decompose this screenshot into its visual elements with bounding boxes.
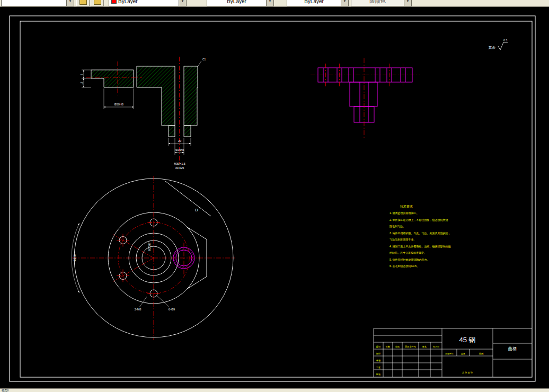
view-label-d: D bbox=[195, 208, 198, 212]
title-block-cell: 年月日 bbox=[433, 345, 440, 348]
title-block-cell: 共 张 第 张 bbox=[462, 371, 473, 374]
technical-notes: 技术要求 1. 调质处理后再精加工。 2. 零件加工退刀槽上，不标注倒角，锐边倒… bbox=[389, 205, 451, 268]
make-object-layer-current-button[interactable] bbox=[76, 0, 90, 6]
title-block-cell: 阶段标记 bbox=[445, 352, 453, 355]
linetype-dropdown-value: ByLayer bbox=[225, 0, 248, 4]
note-line: 飞边毛刺应清理干净。 bbox=[389, 238, 416, 242]
plotstyle-dropdown-value: 随颜色 bbox=[368, 0, 387, 5]
note-line: 6. 去毛刺锐边倒钝C0.5。 bbox=[389, 264, 419, 268]
surface-finish-prefix: 其余 bbox=[488, 46, 496, 50]
lineweight-dropdown[interactable]: ByLayer ▼ bbox=[287, 0, 349, 6]
drawing-canvas[interactable]: 5 16 Φ50H8 20 Φ29h6 M30×1.5 30.025 C1 bbox=[0, 6, 549, 388]
notes-title: 技术要求 bbox=[400, 205, 413, 209]
note-line: 2. 零件加工退刀槽上，不标注倒角，锐边倒钝并清 bbox=[389, 218, 448, 222]
sheet-frame bbox=[10, 16, 535, 381]
title-block-cell: 审核 bbox=[376, 359, 381, 362]
section-view: 5 16 Φ50H8 20 Φ29h6 M30×1.5 30.025 C1 bbox=[81, 57, 206, 170]
note-line: 1. 调质处理后再精加工。 bbox=[389, 211, 419, 215]
note-line: 除毛刺飞边。 bbox=[389, 225, 405, 228]
chevron-down-icon[interactable]: ▼ bbox=[266, 0, 273, 6]
color-dropdown[interactable]: ByLayer ▼ bbox=[109, 0, 187, 6]
title-block-cell: 签名 bbox=[422, 345, 427, 348]
title-block-cell: 工艺 bbox=[376, 366, 381, 369]
dim-label: 30.025 bbox=[175, 166, 184, 170]
title-block-cell: 重量 bbox=[461, 352, 465, 355]
title-block-cell: 比例 bbox=[479, 352, 483, 355]
properties-toolbar: ▼ ByLayer ▼ ByLayer ▼ ByLayer ▼ 随颜色 ▼ bbox=[0, 0, 549, 7]
chevron-down-icon[interactable]: ▼ bbox=[179, 0, 186, 6]
note-line: 4. 精加工面上不允许有裂纹、划痕、碰伤等影响性能 bbox=[389, 245, 451, 248]
dim-label: Φ29h6 bbox=[175, 148, 184, 152]
layout-tabs[interactable]: 模型/ bbox=[2, 389, 9, 392]
title-block-cell: 更改文件号 bbox=[405, 345, 417, 348]
title-block-cell: 处数 bbox=[386, 345, 391, 348]
dim-label: M30×1.5 bbox=[174, 162, 185, 165]
side-view bbox=[311, 58, 420, 139]
holes-label: 2-M8 bbox=[135, 308, 141, 311]
chevron-down-icon[interactable]: ▼ bbox=[66, 0, 74, 6]
color-swatch bbox=[111, 0, 117, 4]
chevron-down-icon: ▼ bbox=[404, 0, 411, 6]
surface-finish-value: 6.3 bbox=[503, 39, 507, 42]
material-label: 45 钢 bbox=[459, 336, 475, 344]
note-line: 5. 铸件应经时效处理消除内应力。 bbox=[389, 258, 430, 262]
lineweight-dropdown-value: ByLayer bbox=[303, 0, 325, 4]
dim-label: Φ50H8 bbox=[114, 103, 123, 106]
title-block-cell: 分区 bbox=[395, 345, 400, 348]
title-block-cell: 设计 bbox=[376, 352, 381, 355]
dim-label: Φ30H7 bbox=[148, 243, 151, 251]
part-name-label: 曲柄 bbox=[508, 346, 517, 351]
note-line: 3. 铸件不得有砂眼、气孔、飞边、夹渣及其他缺陷， bbox=[389, 231, 451, 235]
holes-label: 6-Φ9 bbox=[169, 308, 175, 311]
chamfer-label: C1 bbox=[202, 58, 206, 61]
front-view: Φ300 Φ30H7 2-M8 6-Φ9 D bbox=[72, 176, 235, 340]
layer-dropdown[interactable]: ▼ bbox=[1, 0, 74, 6]
title-block: 标记 处数 分区 更改文件号 签名 年月日 设计 审核 工艺 批准 阶段标记 重… bbox=[374, 328, 532, 377]
surface-finish-symbol: 其余 6.3 bbox=[488, 39, 508, 50]
layers-icon bbox=[79, 0, 87, 5]
layer-previous-button[interactable] bbox=[91, 0, 104, 6]
dim-label: 5 bbox=[81, 74, 83, 75]
linetype-dropdown[interactable]: ByLayer ▼ bbox=[207, 0, 274, 6]
layer-previous-icon bbox=[94, 0, 101, 5]
dim-label: Φ300 bbox=[73, 254, 76, 262]
status-bar: 模型/ bbox=[0, 388, 549, 392]
title-block-cell: 标记 bbox=[376, 345, 381, 349]
plotstyle-dropdown: 随颜色 ▼ bbox=[351, 0, 412, 6]
chevron-down-icon[interactable]: ▼ bbox=[341, 0, 348, 6]
model-space: 5 16 Φ50H8 20 Φ29h6 M30×1.5 30.025 C1 bbox=[0, 6, 549, 388]
color-dropdown-value: ByLayer bbox=[117, 0, 139, 4]
dim-label: 16 bbox=[81, 82, 83, 85]
dim-label: 20 bbox=[178, 139, 181, 142]
note-line: 的缺陷，尺寸公差按标准规定。 bbox=[389, 251, 427, 255]
title-block-cell: 批准 bbox=[376, 373, 381, 376]
